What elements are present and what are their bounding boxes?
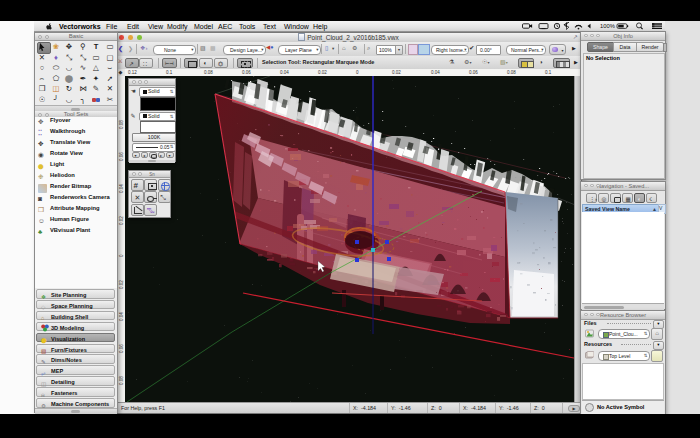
svg-text:100%: 100% — [600, 23, 615, 29]
